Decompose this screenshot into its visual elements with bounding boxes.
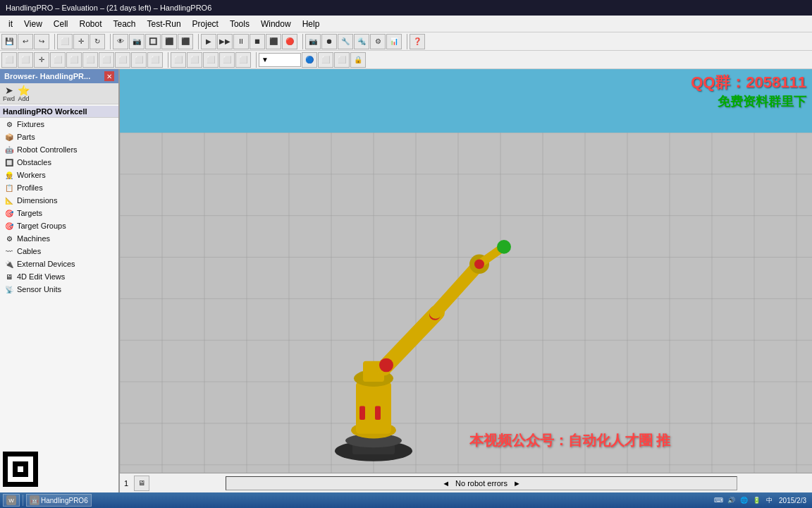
tray-icon-keyboard[interactable]: ⌨ xyxy=(713,495,724,506)
tb2-6[interactable]: ⬜ xyxy=(82,52,98,68)
tb2-16[interactable]: 🔵 xyxy=(302,52,317,68)
tb-redo[interactable]: ↪ xyxy=(34,34,49,49)
tree-item-profiles[interactable]: 📋 Profiles xyxy=(0,181,118,194)
tb-view2[interactable]: 📷 xyxy=(129,34,144,49)
tb-view3[interactable]: 🔲 xyxy=(145,34,161,49)
tb-view1[interactable]: 👁 xyxy=(113,34,128,49)
tree-item-workers[interactable]: 👷 Workers xyxy=(0,169,118,181)
menu-help[interactable]: Help xyxy=(297,18,326,30)
tb-tool2[interactable]: 🔩 xyxy=(354,34,369,49)
statusbar-icon[interactable]: 🖥 xyxy=(134,476,149,491)
tb2-19[interactable]: 🔒 xyxy=(350,52,366,68)
tree-item-target-groups[interactable]: 🎯 Target Groups xyxy=(0,219,118,232)
menu-it[interactable]: it xyxy=(3,18,18,30)
tb2-17[interactable]: ⬜ xyxy=(318,52,333,68)
machines-label: Machines xyxy=(17,234,50,243)
menubar: it View Cell Robot Teach Test-Run Projec… xyxy=(0,16,812,32)
tb-view4[interactable]: ⬛ xyxy=(161,34,177,49)
tree-item-machines[interactable]: ⚙ Machines xyxy=(0,232,118,245)
menu-view[interactable]: View xyxy=(18,18,48,30)
tree-item-fixtures[interactable]: ⚙ Fixtures xyxy=(0,118,118,131)
workers-icon: 👷 xyxy=(4,170,14,180)
tb2-3[interactable]: ✛ xyxy=(34,52,49,68)
tree-item-external-devices[interactable]: 🔌 External Devices xyxy=(0,258,118,270)
menu-robot[interactable]: Robot xyxy=(73,18,107,30)
tb2-8[interactable]: ⬜ xyxy=(115,52,130,68)
tb2-11[interactable]: ⬜ xyxy=(171,52,186,68)
tb2-dropdown1[interactable]: ▼ xyxy=(259,53,301,67)
tree-item-targets[interactable]: 🎯 Targets xyxy=(0,207,118,219)
arrow-right: ► xyxy=(513,479,521,488)
tree-item-robot-controllers[interactable]: 🤖 Robot Controllers xyxy=(0,143,118,156)
tb2-9[interactable]: ⬜ xyxy=(131,52,147,68)
tb-rec[interactable]: ⏺ xyxy=(321,34,337,49)
profiles-icon: 📋 xyxy=(4,183,14,193)
tb2-2[interactable]: ⬜ xyxy=(18,52,33,68)
browser-tree: HandlingPRO Workcell ⚙ Fixtures 📦 Parts … xyxy=(0,104,118,492)
svg-rect-33 xyxy=(359,406,365,420)
tb-pause[interactable]: ⏸ xyxy=(233,34,249,49)
tb2-15[interactable]: ⬜ xyxy=(235,52,251,68)
watermark-top-right: QQ群：2058111 免费资料群里下 xyxy=(685,69,812,113)
tree-item-parts[interactable]: 📦 Parts xyxy=(0,131,118,143)
parts-label: Parts xyxy=(17,133,35,141)
browser-panel: Browser- HandlingPR... ✕ ➤ Fwd ⭐ Add Han… xyxy=(0,69,120,492)
menu-test-run[interactable]: Test-Run xyxy=(142,18,187,30)
tb-select[interactable]: ⬜ xyxy=(57,34,73,49)
tree-item-obstacles[interactable]: 🔲 Obstacles xyxy=(0,156,118,169)
svg-point-43 xyxy=(497,240,511,254)
tb-save[interactable]: 💾 xyxy=(1,34,17,49)
tb2-14[interactable]: ⬜ xyxy=(219,52,235,68)
external-devices-icon: 🔌 xyxy=(4,259,14,269)
tb-play2[interactable]: ▶▶ xyxy=(217,34,233,49)
tree-item-cables[interactable]: 〰 Cables xyxy=(0,245,118,258)
taskbar-start[interactable]: W xyxy=(3,494,20,507)
tb-view5[interactable]: ⬛ xyxy=(178,34,193,49)
tb-rotate[interactable]: ↻ xyxy=(90,34,105,49)
tb-help[interactable]: ❓ xyxy=(410,34,425,49)
tree-item-4d-edit-views[interactable]: 🖥 4D Edit Views xyxy=(0,270,118,283)
bottom-watermark-text: 本视频公众号：自动化人才圈 推 xyxy=(469,433,671,448)
tray-icon-sound[interactable]: 🔊 xyxy=(725,495,737,506)
tree-item-dimensions[interactable]: 📐 Dimensions xyxy=(0,194,118,207)
tb-tool1[interactable]: 🔧 xyxy=(338,34,353,49)
tray-icon-lang[interactable]: 中 xyxy=(763,495,775,506)
tb-tool4[interactable]: 📊 xyxy=(386,34,402,49)
cables-label: Cables xyxy=(17,247,41,255)
menu-teach[interactable]: Teach xyxy=(108,18,142,30)
tray-icon-battery[interactable]: 🔋 xyxy=(751,495,762,506)
tb2-13[interactable]: ⬜ xyxy=(203,52,219,68)
tb-undo[interactable]: ↩ xyxy=(18,34,33,49)
tb-move[interactable]: ✛ xyxy=(73,34,89,49)
tb2-18[interactable]: ⬜ xyxy=(334,52,350,68)
menu-tools[interactable]: Tools xyxy=(224,18,255,30)
tb2-7[interactable]: ⬜ xyxy=(99,52,114,68)
tb2-1[interactable]: ⬜ xyxy=(1,52,17,68)
menu-cell[interactable]: Cell xyxy=(48,18,74,30)
external-devices-label: External Devices xyxy=(17,260,75,268)
tb2-10[interactable]: ⬜ xyxy=(147,52,163,68)
tb-estop[interactable]: 🔴 xyxy=(282,34,297,49)
target-groups-icon: 🎯 xyxy=(4,221,14,231)
tray-icon-network[interactable]: 🌐 xyxy=(738,495,749,506)
tb2-12[interactable]: ⬜ xyxy=(187,52,202,68)
menu-project[interactable]: Project xyxy=(187,18,224,30)
tb-stop2[interactable]: ⬛ xyxy=(266,34,281,49)
tb-play[interactable]: ▶ xyxy=(201,34,216,49)
browser-fwd-button[interactable]: ➤ Fwd xyxy=(3,85,15,102)
taskbar-app1[interactable]: 🤖 HandlingPRO6 xyxy=(26,494,92,507)
menu-window[interactable]: Window xyxy=(255,18,297,30)
viewport[interactable]: QQ群：2058111 免费资料群里下 xyxy=(120,69,812,492)
taskbar: W 🤖 HandlingPRO6 ⌨ 🔊 🌐 🔋 中 2015/2/3 xyxy=(0,492,812,508)
tree-item-sensor-units[interactable]: 📡 Sensor Units xyxy=(0,283,118,296)
tb-tool3[interactable]: ⚙ xyxy=(370,34,386,49)
main-layout: Browser- HandlingPR... ✕ ➤ Fwd ⭐ Add Han… xyxy=(0,69,812,492)
browser-add-button[interactable]: ⭐ Add xyxy=(18,85,30,102)
viewport-canvas[interactable]: QQ群：2058111 免费资料群里下 xyxy=(120,69,812,492)
tb2-5[interactable]: ⬜ xyxy=(66,52,82,68)
tb-stop[interactable]: ⏹ xyxy=(250,34,265,49)
tb-snap[interactable]: 📷 xyxy=(305,34,321,49)
tb2-4[interactable]: ⬜ xyxy=(50,52,66,68)
browser-close-button[interactable]: ✕ xyxy=(104,71,114,81)
titlebar-text: HandlingPRO – Evaluation – (21 days left… xyxy=(6,4,211,12)
